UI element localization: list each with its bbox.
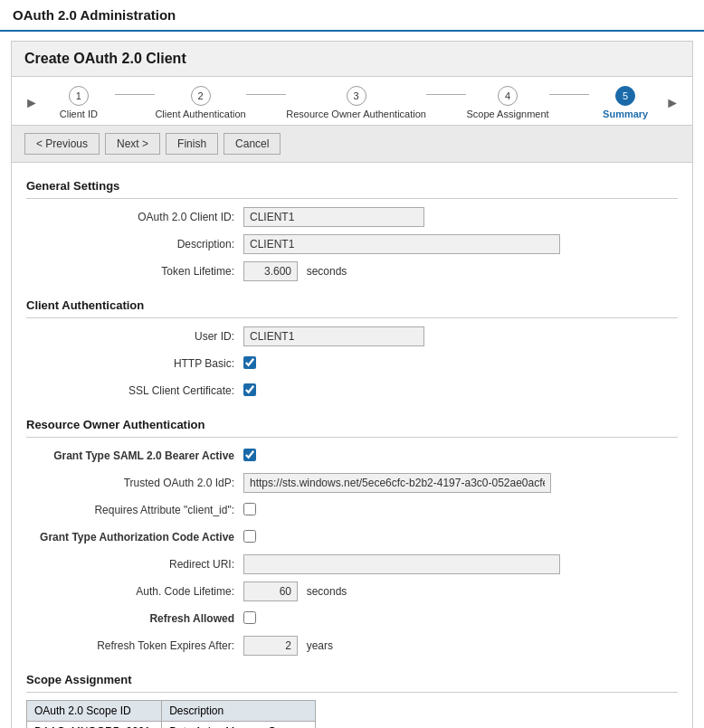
top-previous-button[interactable]: < Previous (24, 133, 100, 155)
page-header: OAuth 2.0 Administration (0, 0, 704, 32)
auth-code-lifetime-label: Auth. Code Lifetime: (26, 585, 243, 598)
ssl-cert-value (243, 383, 678, 399)
wizard-step-3[interactable]: 3 Resource Owner Authentication (286, 86, 426, 119)
trusted-idp-row: Trusted OAuth 2.0 IdP: (26, 472, 678, 494)
token-lifetime-value: seconds (243, 261, 678, 281)
http-basic-row: HTTP Basic: (26, 353, 678, 374)
top-finish-button[interactable]: Finish (166, 133, 218, 155)
scope-id-cell: DAAG_MNGGRP_0001 (27, 722, 162, 729)
description-label: Description: (26, 238, 243, 251)
auth-code-active-value (243, 530, 678, 545)
top-next-button[interactable]: Next > (105, 133, 160, 155)
client-id-row: OAuth 2.0 Client ID: (26, 206, 678, 228)
auth-code-lifetime-input[interactable] (243, 581, 298, 601)
resource-owner-section: Resource Owner Authentication Grant Type… (26, 411, 678, 657)
saml-active-label: Grant Type SAML 2.0 Bearer Active (26, 449, 243, 462)
requires-attr-value (243, 503, 678, 518)
wizard-step-2[interactable]: 2 Client Authentication (155, 86, 245, 119)
auth-code-lifetime-value: seconds (243, 581, 678, 601)
general-settings-section: General Settings OAuth 2.0 Client ID: De… (26, 172, 678, 282)
refresh-allowed-label: Refresh Allowed (26, 612, 243, 625)
token-lifetime-row: Token Lifetime: seconds (26, 260, 678, 282)
ssl-cert-checkbox[interactable] (243, 383, 256, 396)
auth-code-active-label: Grant Type Authorization Code Active (26, 531, 243, 544)
ssl-cert-row: SSL Client Certificate: (26, 380, 678, 402)
scope-desc-header: Description (162, 701, 316, 722)
http-basic-checkbox[interactable] (243, 356, 256, 369)
wizard-step-5[interactable]: 5 Summary (589, 86, 661, 119)
refresh-expires-label: Refresh Token Expires After: (26, 639, 243, 652)
trusted-idp-label: Trusted OAuth 2.0 IdP: (26, 477, 243, 489)
scope-table-header-row: OAuth 2.0 Scope ID Description (27, 701, 316, 722)
description-input[interactable] (243, 234, 560, 254)
description-value (243, 234, 678, 254)
user-id-value (243, 326, 678, 346)
scope-desc-cell: Data Aging Manage Groups (162, 722, 316, 729)
client-id-input[interactable] (243, 207, 424, 227)
step-num-3: 3 (347, 86, 366, 106)
wizard-step-4[interactable]: 4 Scope Assignment (466, 86, 548, 119)
main-card: Create OAuth 2.0 Client ► 1 Client ID 2 … (11, 41, 693, 728)
top-toolbar: < Previous Next > Finish Cancel (12, 126, 692, 163)
redirect-uri-row: Redirect URI: (26, 553, 678, 575)
trusted-idp-input[interactable] (243, 473, 551, 493)
http-basic-value (243, 356, 678, 372)
top-cancel-button[interactable]: Cancel (224, 133, 281, 155)
step-num-1: 1 (69, 86, 89, 106)
saml-active-row: Grant Type SAML 2.0 Bearer Active (26, 445, 678, 467)
step-label-1: Client ID (60, 109, 98, 119)
step-label-4: Scope Assignment (466, 109, 548, 119)
scope-table: OAuth 2.0 Scope ID Description DAAG_MNGG… (26, 700, 316, 728)
wizard-line-3 (426, 94, 467, 95)
wizard-steps: ► 1 Client ID 2 Client Authentication 3 … (12, 77, 692, 126)
wizard-start-arrow: ► (24, 95, 39, 111)
step-label-3: Resource Owner Authentication (286, 109, 426, 119)
requires-attr-checkbox[interactable] (243, 503, 256, 515)
requires-attr-label: Requires Attribute "client_id": (26, 504, 243, 516)
resource-owner-title: Resource Owner Authentication (26, 411, 678, 438)
wizard-line-4 (549, 94, 590, 95)
token-lifetime-input[interactable] (243, 261, 298, 281)
general-settings-title: General Settings (26, 172, 678, 199)
refresh-allowed-checkbox[interactable] (243, 611, 256, 624)
user-id-input[interactable] (243, 326, 424, 346)
client-auth-title: Client Authentication (26, 291, 678, 318)
step-num-2: 2 (191, 86, 211, 106)
refresh-allowed-value (243, 611, 678, 627)
token-lifetime-label: Token Lifetime: (26, 265, 243, 278)
description-row: Description: (26, 233, 678, 255)
wizard-line-1 (115, 94, 156, 95)
refresh-expires-unit: years (307, 639, 333, 652)
redirect-uri-input[interactable] (243, 554, 560, 574)
client-id-value (243, 207, 678, 227)
trusted-idp-value (243, 473, 678, 493)
scope-id-header: OAuth 2.0 Scope ID (27, 701, 162, 722)
auth-code-lifetime-row: Auth. Code Lifetime: seconds (26, 581, 678, 602)
refresh-allowed-row: Refresh Allowed (26, 608, 678, 629)
step-label-5: Summary (603, 109, 648, 119)
refresh-expires-row: Refresh Token Expires After: years (26, 635, 678, 657)
ssl-cert-label: SSL Client Certificate: (26, 384, 243, 397)
user-id-row: User ID: (26, 326, 678, 347)
auth-code-active-row: Grant Type Authorization Code Active (26, 526, 678, 548)
refresh-expires-input[interactable] (243, 636, 298, 656)
wizard-line-2 (246, 94, 287, 95)
wizard-step-1[interactable]: 1 Client ID (43, 86, 115, 119)
scope-table-row: DAAG_MNGGRP_0001 Data Aging Manage Group… (27, 722, 316, 729)
main-content: General Settings OAuth 2.0 Client ID: De… (12, 163, 692, 728)
client-id-label: OAuth 2.0 Client ID: (26, 211, 243, 223)
requires-attr-row: Requires Attribute "client_id": (26, 499, 678, 521)
auth-code-lifetime-unit: seconds (307, 585, 347, 598)
wizard-end-arrow: ► (665, 95, 680, 111)
saml-active-checkbox[interactable] (243, 449, 256, 461)
redirect-uri-value (243, 554, 678, 574)
step-num-5: 5 (615, 86, 635, 106)
http-basic-label: HTTP Basic: (26, 357, 243, 370)
token-lifetime-unit: seconds (307, 265, 347, 278)
auth-code-active-checkbox[interactable] (243, 530, 256, 543)
redirect-uri-label: Redirect URI: (26, 558, 243, 571)
saml-active-value (243, 449, 678, 464)
step-label-2: Client Authentication (155, 109, 245, 119)
user-id-label: User ID: (26, 330, 243, 343)
scope-assignment-title: Scope Assignment (26, 666, 678, 693)
